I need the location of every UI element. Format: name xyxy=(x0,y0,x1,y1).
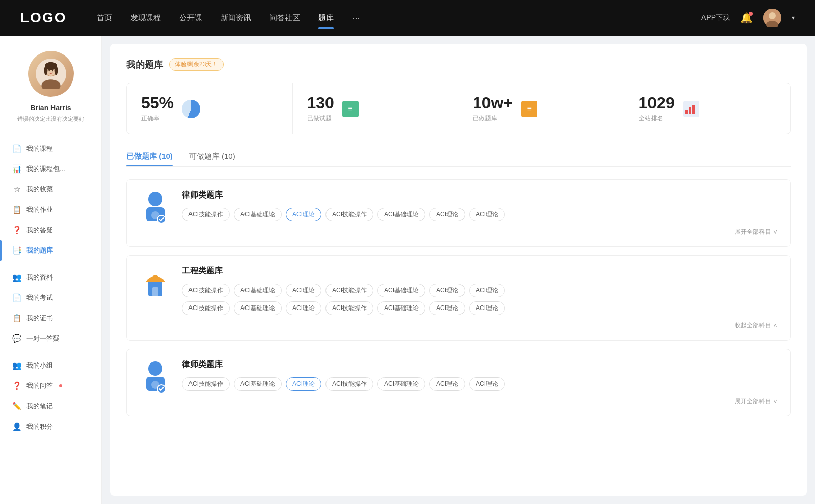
sidebar-label-homework: 我的作业 xyxy=(26,205,53,214)
nav-more[interactable]: ··· xyxy=(352,11,360,25)
engineer-svg xyxy=(139,266,172,301)
tag-eng-theory-3[interactable]: ACI理论 xyxy=(469,284,505,297)
tag-law2-basic-2[interactable]: ACI基础理论 xyxy=(377,377,425,391)
avatar[interactable] xyxy=(763,9,781,27)
sidebar-label-profile-data: 我的资料 xyxy=(26,273,53,282)
bank-lawyer-1-expand[interactable]: 展开全部科目 ∨ xyxy=(182,226,778,236)
tag-eng-basic-1[interactable]: ACI基础理论 xyxy=(234,284,282,297)
group-icon: 👥 xyxy=(12,361,21,370)
tag-law2-theory-active[interactable]: ACI理论 xyxy=(286,377,321,391)
sidebar-item-course[interactable]: 📄 我的课程 xyxy=(0,138,101,159)
sidebar-item-notes[interactable]: ✏️ 我的笔记 xyxy=(0,396,101,416)
tag-eng-theory-4[interactable]: ACI理论 xyxy=(286,301,321,315)
nav-open-course[interactable]: 公开课 xyxy=(179,11,202,25)
bank-lawyer-1-name: 律师类题库 xyxy=(182,190,778,201)
sidebar-label-group: 我的小组 xyxy=(26,361,53,370)
tag-law2-theory-2[interactable]: ACI理论 xyxy=(429,377,465,391)
tag-aci-skill-1[interactable]: ACI技能操作 xyxy=(182,208,230,221)
tag-eng-theory-1[interactable]: ACI理论 xyxy=(286,284,321,297)
tag-eng-skill-1[interactable]: ACI技能操作 xyxy=(182,284,230,297)
tag-aci-theory-active-1[interactable]: ACI理论 xyxy=(286,208,321,221)
tag-eng-theory-5[interactable]: ACI理论 xyxy=(429,301,465,315)
stat-accuracy-icon xyxy=(182,100,200,118)
sidebar-label-myqa: 我的问答 xyxy=(26,381,53,390)
notification-dot xyxy=(749,12,753,16)
svg-point-18 xyxy=(157,215,166,223)
main-layout: Brian Harris 错误的决定比没有决定要好 📄 我的课程 📊 我的课程包… xyxy=(0,36,815,504)
sidebar-item-question-bank[interactable]: 📑 我的题库 xyxy=(0,240,101,261)
sidebar-item-cert[interactable]: 📋 我的证书 xyxy=(0,308,101,328)
tag-law2-theory-3[interactable]: ACI理论 xyxy=(469,377,505,391)
bank-engineer-expand[interactable]: 收起全部科目 ∧ xyxy=(182,319,778,330)
svg-rect-12 xyxy=(685,110,688,114)
stat-rank-info: 1029 全站排名 xyxy=(639,95,675,123)
tag-eng-basic-3[interactable]: ACI基础理论 xyxy=(234,301,282,315)
sidebar-item-collection[interactable]: ☆ 我的收藏 xyxy=(0,179,101,200)
tag-eng-basic-2[interactable]: ACI基础理论 xyxy=(377,284,425,297)
homework-icon: 📋 xyxy=(12,205,21,214)
profile-avatar xyxy=(28,51,74,97)
svg-point-11 xyxy=(52,70,53,72)
logo: LOGO xyxy=(20,10,66,26)
sidebar-item-profile-data[interactable]: 👥 我的资料 xyxy=(0,267,101,288)
bank-engineer-name: 工程类题库 xyxy=(182,266,778,276)
sidebar-item-oneone-qa[interactable]: 💬 一对一答疑 xyxy=(0,328,101,349)
stat-done-questions: 130 已做试题 ≡ xyxy=(293,83,459,134)
bank-card-lawyer-2: 律师类题库 ACI技能操作 ACI基础理论 ACI理论 ACI技能操作 ACI基… xyxy=(126,349,791,416)
tag-aci-basic-2[interactable]: ACI基础理论 xyxy=(377,208,425,221)
tag-eng-basic-4[interactable]: ACI基础理论 xyxy=(377,301,425,315)
bank-engineer-info: 工程类题库 ACI技能操作 ACI基础理论 ACI理论 ACI技能操作 ACI基… xyxy=(182,266,778,330)
doc-teal-icon: ≡ xyxy=(342,101,359,117)
sidebar-item-course-package[interactable]: 📊 我的课程包... xyxy=(0,159,101,179)
profile-bio: 错误的决定比没有决定要好 xyxy=(17,115,85,123)
bank-lawyer-2-expand[interactable]: 展开全部科目 ∨ xyxy=(182,395,778,406)
sidebar-item-group[interactable]: 👥 我的小组 xyxy=(0,355,101,376)
exam-icon: 📄 xyxy=(12,293,21,302)
sidebar-label-notes: 我的笔记 xyxy=(26,402,53,411)
sidebar-item-qa[interactable]: ❓ 我的答疑 xyxy=(0,220,101,240)
tag-aci-skill-2[interactable]: ACI技能操作 xyxy=(325,208,373,221)
profile-avatar-image xyxy=(36,59,66,89)
tag-law2-basic-1[interactable]: ACI基础理论 xyxy=(234,377,282,391)
stat-done-questions-label: 已做试题 xyxy=(307,114,334,123)
bank-engineer-tags-row1: ACI技能操作 ACI基础理论 ACI理论 ACI技能操作 ACI基础理论 AC… xyxy=(182,284,778,297)
trial-badge: 体验剩余23天！ xyxy=(169,58,224,71)
tag-aci-theory-2[interactable]: ACI理论 xyxy=(429,208,465,221)
tab-available-banks[interactable]: 可做题库 (10) xyxy=(189,149,235,166)
top-navigation: LOGO 首页 发现课程 公开课 新闻资讯 问答社区 题库 ··· APP下载 … xyxy=(0,0,815,36)
tag-law2-skill-2[interactable]: ACI技能操作 xyxy=(325,377,373,391)
svg-point-8 xyxy=(44,66,47,75)
tag-eng-theory-6[interactable]: ACI理论 xyxy=(469,301,505,315)
sidebar-item-exam[interactable]: 📄 我的考试 xyxy=(0,288,101,308)
collection-icon: ☆ xyxy=(12,185,21,194)
tag-eng-skill-3[interactable]: ACI技能操作 xyxy=(182,301,230,315)
tag-law2-skill-1[interactable]: ACI技能操作 xyxy=(182,377,230,391)
sidebar-item-homework[interactable]: 📋 我的作业 xyxy=(0,200,101,220)
sidebar-label-oneone-qa: 一对一答疑 xyxy=(26,334,60,343)
user-menu-chevron[interactable]: ▾ xyxy=(792,14,795,21)
tag-eng-skill-2[interactable]: ACI技能操作 xyxy=(325,284,373,297)
nav-news[interactable]: 新闻资讯 xyxy=(221,11,251,25)
main-content: 我的题库 体验剩余23天！ 55% 正确率 130 已做试题 xyxy=(110,44,807,496)
tag-eng-theory-2[interactable]: ACI理论 xyxy=(429,284,465,297)
sidebar-label-cert: 我的证书 xyxy=(26,314,53,323)
tag-aci-basic-1[interactable]: ACI基础理论 xyxy=(234,208,282,221)
tag-eng-skill-4[interactable]: ACI技能操作 xyxy=(325,301,373,315)
sidebar-item-points[interactable]: 👤 我的积分 xyxy=(0,416,101,437)
svg-point-10 xyxy=(48,70,50,72)
tag-aci-theory-3[interactable]: ACI理论 xyxy=(469,208,505,221)
doc-amber-icon: ≡ xyxy=(521,101,537,117)
nav-discover[interactable]: 发现课程 xyxy=(130,11,161,25)
bank-card-lawyer-1: 律师类题库 ACI技能操作 ACI基础理论 ACI理论 ACI技能操作 ACI基… xyxy=(126,179,791,247)
nav-home[interactable]: 首页 xyxy=(97,11,112,25)
sidebar-divider-2 xyxy=(0,352,101,352)
nav-qa[interactable]: 问答社区 xyxy=(269,11,300,25)
app-download-button[interactable]: APP下载 xyxy=(701,13,730,22)
nav-question-bank[interactable]: 题库 xyxy=(318,11,334,25)
notification-bell[interactable]: 🔔 xyxy=(740,12,753,24)
sidebar-item-myqa[interactable]: ❓ 我的问答 xyxy=(0,376,101,396)
page-title: 我的题库 xyxy=(126,59,163,71)
nav-menu: 首页 发现课程 公开课 新闻资讯 问答社区 题库 ··· xyxy=(97,11,701,25)
stat-rank-label: 全站排名 xyxy=(639,114,675,123)
tab-done-banks[interactable]: 已做题库 (10) xyxy=(126,149,173,166)
